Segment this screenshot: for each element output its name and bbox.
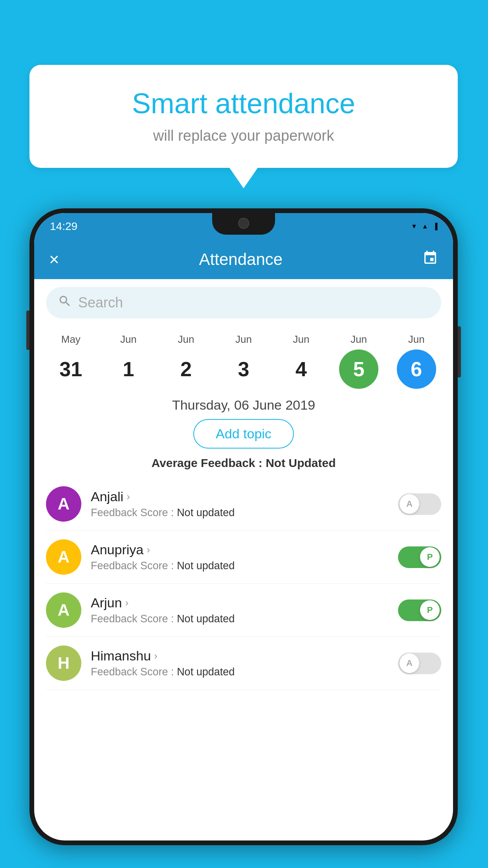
student-feedback: Feedback Score : Not updated bbox=[91, 666, 398, 678]
cal-date-number[interactable]: 31 bbox=[51, 349, 90, 389]
phone-container: 14:29 ▼ ▲ ▐ × Attendance bbox=[29, 208, 458, 845]
student-avatar: A bbox=[46, 486, 81, 522]
calendar-day[interactable]: Jun4 bbox=[276, 333, 327, 389]
avg-feedback-value: Not Updated bbox=[266, 456, 336, 469]
battery-icon: ▐ bbox=[433, 223, 437, 230]
wifi-icon: ▼ bbox=[411, 223, 417, 230]
status-icons: ▼ ▲ ▐ bbox=[411, 223, 437, 230]
avg-feedback-label: Average Feedback : bbox=[151, 456, 262, 469]
bubble-subtitle: will replace your paperwork bbox=[53, 127, 434, 144]
feedback-value: Not updated bbox=[177, 560, 235, 572]
calendar-day[interactable]: Jun5 bbox=[333, 333, 384, 389]
student-name: Himanshu › bbox=[91, 648, 398, 664]
feedback-value: Not updated bbox=[177, 666, 235, 678]
feedback-value: Not updated bbox=[177, 613, 235, 625]
attendance-toggle[interactable]: A bbox=[398, 653, 441, 674]
add-topic-button[interactable]: Add topic bbox=[193, 419, 294, 449]
student-info: Arjun ›Feedback Score : Not updated bbox=[91, 595, 398, 625]
app-header: × Attendance bbox=[34, 240, 453, 279]
student-name: Anupriya › bbox=[91, 542, 398, 557]
calendar-strip: May31Jun1Jun2Jun3Jun4Jun5Jun6 bbox=[34, 326, 453, 389]
status-time: 14:29 bbox=[50, 220, 77, 233]
close-button[interactable]: × bbox=[49, 251, 59, 268]
cal-date-number[interactable]: 5 bbox=[339, 349, 378, 389]
phone-notch bbox=[212, 213, 275, 235]
student-info: Anjali ›Feedback Score : Not updated bbox=[91, 489, 398, 519]
student-list: AAnjali ›Feedback Score : Not updatedAAA… bbox=[34, 478, 453, 690]
selected-date: Thursday, 06 June 2019 bbox=[34, 389, 453, 419]
student-item[interactable]: AAnjali ›Feedback Score : Not updatedA bbox=[46, 478, 441, 531]
cal-month-label: Jun bbox=[408, 333, 425, 346]
student-name: Anjali › bbox=[91, 489, 398, 504]
chevron-right-icon: › bbox=[125, 597, 128, 609]
cal-month-label: Jun bbox=[350, 333, 367, 346]
student-feedback: Feedback Score : Not updated bbox=[91, 507, 398, 519]
calendar-day[interactable]: May31 bbox=[45, 333, 96, 389]
cal-date-number[interactable]: 3 bbox=[224, 349, 263, 389]
calendar-day[interactable]: Jun1 bbox=[103, 333, 154, 389]
cal-date-number[interactable]: 6 bbox=[397, 349, 436, 389]
chevron-right-icon: › bbox=[154, 650, 158, 662]
chevron-right-icon: › bbox=[147, 544, 150, 556]
cal-date-number[interactable]: 1 bbox=[109, 349, 148, 389]
cal-month-label: May bbox=[61, 333, 81, 346]
chevron-right-icon: › bbox=[127, 491, 130, 503]
feedback-value: Not updated bbox=[177, 507, 235, 519]
attendance-toggle[interactable]: P bbox=[398, 600, 441, 621]
cal-month-label: Jun bbox=[120, 333, 137, 346]
camera bbox=[238, 218, 249, 229]
search-bar[interactable]: Search bbox=[46, 287, 441, 318]
toggle-knob: P bbox=[420, 600, 440, 620]
calendar-day[interactable]: Jun6 bbox=[391, 333, 442, 389]
toggle-knob: A bbox=[400, 653, 419, 673]
calendar-day[interactable]: Jun3 bbox=[218, 333, 269, 389]
student-item[interactable]: AAnupriya ›Feedback Score : Not updatedP bbox=[46, 531, 441, 584]
speech-bubble: Smart attendance will replace your paper… bbox=[29, 65, 458, 168]
student-item[interactable]: AArjun ›Feedback Score : Not updatedP bbox=[46, 584, 441, 637]
student-info: Himanshu ›Feedback Score : Not updated bbox=[91, 648, 398, 678]
attendance-toggle[interactable]: P bbox=[398, 546, 441, 568]
attendance-toggle[interactable]: A bbox=[398, 493, 441, 515]
student-avatar: H bbox=[46, 645, 81, 681]
search-placeholder: Search bbox=[78, 294, 123, 311]
toggle-knob: A bbox=[400, 494, 419, 514]
student-feedback: Feedback Score : Not updated bbox=[91, 560, 398, 572]
cal-month-label: Jun bbox=[178, 333, 194, 346]
toggle-knob: P bbox=[420, 547, 440, 567]
student-item[interactable]: HHimanshu ›Feedback Score : Not updatedA bbox=[46, 637, 441, 690]
cal-date-number[interactable]: 4 bbox=[282, 349, 321, 389]
search-icon bbox=[58, 294, 72, 312]
phone-frame: 14:29 ▼ ▲ ▐ × Attendance bbox=[29, 208, 458, 845]
student-name: Arjun › bbox=[91, 595, 398, 611]
bubble-title: Smart attendance bbox=[53, 86, 434, 120]
cal-month-label: Jun bbox=[235, 333, 252, 346]
average-feedback: Average Feedback : Not Updated bbox=[34, 456, 453, 470]
phone-screen: 14:29 ▼ ▲ ▐ × Attendance bbox=[34, 213, 453, 840]
header-title: Attendance bbox=[199, 250, 283, 269]
cal-date-number[interactable]: 2 bbox=[166, 349, 205, 389]
student-info: Anupriya ›Feedback Score : Not updated bbox=[91, 542, 398, 572]
calendar-icon[interactable] bbox=[422, 250, 438, 269]
cal-month-label: Jun bbox=[293, 333, 310, 346]
student-feedback: Feedback Score : Not updated bbox=[91, 613, 398, 625]
calendar-day[interactable]: Jun2 bbox=[160, 333, 211, 389]
student-avatar: A bbox=[46, 539, 81, 575]
student-avatar: A bbox=[46, 592, 81, 628]
signal-icon: ▲ bbox=[422, 223, 428, 230]
